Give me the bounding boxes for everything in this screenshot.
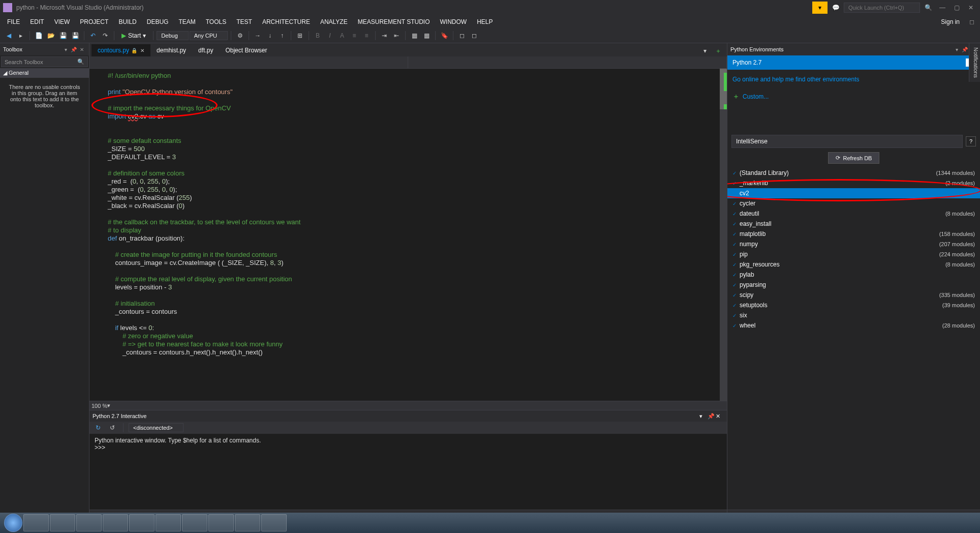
tab-object-browser[interactable]: Object Browser — [219, 44, 273, 56]
save-icon[interactable]: 💾 — [57, 30, 69, 41]
dropdown-icon[interactable]: ▾ — [953, 45, 961, 53]
tab-dft[interactable]: dft.py — [192, 44, 219, 56]
sign-in-button[interactable]: Sign in — [935, 16, 966, 27]
pin-icon[interactable]: 📌 — [70, 45, 78, 53]
dropdown-icon[interactable]: ▾ — [699, 413, 708, 420]
clear-icon[interactable]: ↺ — [107, 422, 118, 433]
step-icon2[interactable]: ↓ — [264, 30, 275, 41]
help-button[interactable]: ? — [966, 136, 976, 146]
scope-combo[interactable]: <disconnected> — [129, 423, 183, 432]
menu-project[interactable]: PROJECT — [75, 16, 113, 27]
quick-launch-input[interactable] — [844, 3, 920, 13]
menu-tools[interactable]: TOOLS — [201, 16, 231, 27]
notifications-tab[interactable]: Notifications — [969, 43, 980, 82]
module-row-matplotlib[interactable]: ✓matplotlib(158 modules) — [727, 229, 980, 239]
open-file-icon[interactable]: 📂 — [45, 30, 56, 41]
toolbox-group[interactable]: ◢ General — [0, 68, 89, 78]
step-icon[interactable]: → — [252, 30, 263, 41]
close-icon[interactable]: ✕ — [78, 45, 86, 53]
taskbar-item[interactable] — [129, 514, 155, 531]
intellisense-combo[interactable]: IntelliSense — [731, 135, 963, 148]
account-icon[interactable]: ◻ — [966, 16, 978, 28]
vertical-scrollbar[interactable] — [720, 69, 727, 410]
nav-back-icon[interactable]: ◀ — [3, 30, 14, 41]
module-row-markerlib[interactable]: ✓_markerlib(2 modules) — [727, 178, 980, 188]
module-row-six[interactable]: ✓six — [727, 310, 980, 320]
undo-icon[interactable]: ↶ — [87, 30, 99, 41]
menu-measurement-studio[interactable]: MEASUREMENT STUDIO — [353, 16, 435, 27]
module-row-standardlibrary[interactable]: ✓(Standard Library)(1344 modules) — [727, 168, 980, 178]
taskbar-item[interactable] — [208, 514, 234, 531]
misc-icon2[interactable]: ◻ — [469, 30, 480, 41]
windows-taskbar[interactable] — [0, 513, 980, 533]
module-row-numpy[interactable]: ✓numpy(207 modules) — [727, 239, 980, 249]
interactive-body[interactable]: Python interactive window. Type $help fo… — [89, 434, 727, 510]
close-icon[interactable]: ✕ — [716, 413, 724, 420]
menu-edit[interactable]: EDIT — [25, 16, 49, 27]
module-row-cycler[interactable]: ✓cycler — [727, 198, 980, 209]
taskbar-item[interactable] — [156, 514, 181, 531]
menu-team[interactable]: TEAM — [173, 16, 200, 27]
pin-icon[interactable]: 📌 — [961, 45, 969, 53]
config-combo[interactable]: Debug — [157, 31, 188, 40]
pin-icon[interactable]: 📌 — [708, 413, 716, 420]
menu-build[interactable]: BUILD — [113, 16, 141, 27]
module-row-easyinstall[interactable]: ✓easy_install — [727, 219, 980, 229]
uncomment-icon[interactable]: ▦ — [421, 30, 432, 41]
taskbar-item[interactable] — [23, 514, 49, 531]
minimize-button[interactable]: — — [936, 2, 948, 14]
close-icon[interactable]: ✕ — [140, 48, 144, 53]
redo-icon[interactable]: ↷ — [100, 30, 111, 41]
python-env-item[interactable]: Python 2.7 — [727, 55, 980, 70]
menu-debug[interactable]: DEBUG — [142, 16, 174, 27]
new-project-icon[interactable]: 📄 — [33, 30, 44, 41]
nav-scope-combo[interactable] — [89, 56, 408, 68]
code-editor[interactable]: #! /usr/bin/env python print "OpenCV Pyt… — [89, 69, 727, 410]
taskbar-item[interactable] — [235, 514, 260, 531]
feedback-icon[interactable]: 💬 — [830, 2, 842, 14]
tab-contours[interactable]: contours.py🔒✕ — [91, 44, 150, 56]
misc-icon[interactable]: ◻ — [456, 30, 468, 41]
indent-icon[interactable]: ⇥ — [379, 30, 390, 41]
menu-help[interactable]: HELP — [472, 16, 498, 27]
module-row-pip[interactable]: ✓pip(224 modules) — [727, 249, 980, 259]
taskbar-item[interactable] — [182, 514, 207, 531]
tab-dropdown-icon[interactable]: ▾ — [699, 45, 711, 56]
outdent-icon[interactable]: ⇤ — [391, 30, 402, 41]
taskbar-item[interactable] — [50, 514, 75, 531]
module-row-setuptools[interactable]: ✓setuptools(39 modules) — [727, 300, 980, 310]
close-button[interactable]: ✕ — [965, 2, 977, 14]
module-row-dateutil[interactable]: ✓dateutil(8 modules) — [727, 209, 980, 219]
refresh-db-button[interactable]: ⟳Refresh DB — [828, 152, 880, 164]
module-row-cv2[interactable]: ✓cv2 — [727, 188, 980, 198]
module-row-wheel[interactable]: ✓wheel(28 modules) — [727, 320, 980, 331]
maximize-button[interactable]: ▢ — [951, 2, 963, 14]
comment-out-icon[interactable]: ▦ — [409, 30, 420, 41]
custom-env-button[interactable]: ＋Custom... — [727, 89, 980, 104]
reset-icon[interactable]: ↻ — [93, 422, 104, 433]
start-button[interactable]: ▶Start ▾ — [117, 31, 150, 40]
taskbar-item[interactable] — [76, 514, 102, 531]
bookmark-icon[interactable]: 🔖 — [439, 30, 450, 41]
notifications-flag-icon[interactable]: ▾ — [812, 2, 828, 14]
module-row-pkgresources[interactable]: ✓pkg_resources(8 modules) — [727, 259, 980, 270]
taskbar-item[interactable] — [103, 514, 128, 531]
platform-combo[interactable]: Any CPU — [190, 31, 228, 40]
module-row-scipy[interactable]: ✓scipy(335 modules) — [727, 290, 980, 300]
dropdown-icon[interactable]: ▾ — [62, 45, 70, 53]
zoom-level[interactable]: 100 % — [91, 403, 107, 409]
start-button-icon[interactable] — [4, 514, 22, 532]
menu-file[interactable]: FILE — [2, 16, 25, 27]
nav-fwd-icon[interactable]: ▸ — [15, 30, 26, 41]
nav-member-combo[interactable] — [408, 56, 727, 68]
step-icon3[interactable]: ↑ — [277, 30, 288, 41]
menu-analyze[interactable]: ANALYZE — [315, 16, 353, 27]
code-body[interactable]: #! /usr/bin/env python print "OpenCV Pyt… — [104, 69, 727, 360]
menu-window[interactable]: WINDOW — [435, 16, 472, 27]
tab-demhist[interactable]: demhist.py — [150, 44, 192, 56]
taskbar-item[interactable] — [261, 514, 287, 531]
menu-test[interactable]: TEST — [231, 16, 257, 27]
toolbox-search[interactable]: Search Toolbox 🔍 — [1, 56, 88, 67]
add-icon[interactable]: ＋ — [713, 45, 724, 56]
menu-view[interactable]: VIEW — [49, 16, 75, 27]
